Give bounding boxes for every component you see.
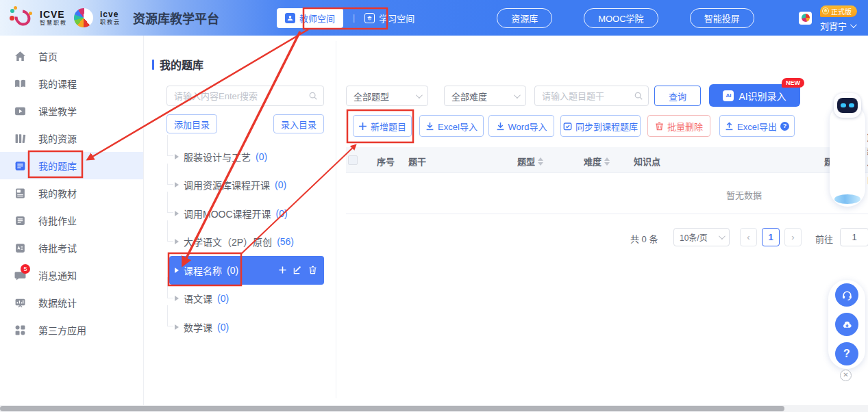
help-button[interactable]: ? (835, 342, 858, 365)
select-all-checkbox[interactable] (348, 155, 358, 165)
table-header: 序号 题干 题型 难度 知识点 题目 (346, 147, 868, 173)
mooc-academy-button[interactable]: MOOC学院 (584, 8, 658, 28)
scrollbar-thumb[interactable] (0, 406, 784, 411)
sync-icon (563, 122, 572, 131)
brand-area: ICVE 智慧职教 icve 职教云 资源库教学平台 (0, 6, 219, 29)
caret-right-icon[interactable] (175, 211, 179, 216)
home-icon (14, 51, 26, 62)
tree-item-selected[interactable]: 课程名称(0) (169, 256, 324, 285)
sidebar-item-my-resources[interactable]: 我的资源 (0, 125, 143, 152)
sidebar-item-classroom-teaching[interactable]: 课堂教学 (0, 97, 143, 125)
prev-page-button[interactable]: ‹ (740, 228, 757, 246)
question-stem-input[interactable] (534, 86, 649, 106)
sort-caret-icon[interactable] (604, 157, 610, 166)
upload-icon (725, 122, 734, 131)
excel-export-button[interactable]: Excel导出 ? (719, 115, 795, 137)
word-import-button[interactable]: Word导入 (488, 115, 554, 137)
main-content: 我的题库 添加目录 录入目录 服装设计与工艺(0) 调用资源库课程开课(0) 调… (144, 36, 868, 405)
new-badge: NEW (782, 78, 804, 88)
sidebar-item-notifications[interactable]: 5 消息通知 (0, 261, 143, 289)
excel-import-button[interactable]: Excel导入 (419, 115, 484, 137)
goto-label: 前往 (815, 232, 833, 245)
ai-assistant-widget[interactable]: 职教一问 (830, 103, 865, 207)
tree-item[interactable]: 调用资源库课程开课(0) (173, 171, 324, 200)
add-node-icon[interactable] (278, 266, 287, 274)
notification-badge: 5 (21, 264, 30, 274)
page-size-select[interactable]: 10条/页 (673, 228, 730, 246)
caret-right-icon[interactable] (175, 324, 179, 330)
chevron-down-icon (850, 21, 857, 28)
column-header-sortable[interactable]: 题型 (517, 155, 543, 168)
assistant-label: 职教一问 (843, 123, 868, 198)
edit-icon[interactable] (293, 266, 302, 274)
tree-item[interactable]: 数学课(0) (173, 313, 324, 342)
search-icon (308, 91, 318, 101)
sidebar-item-question-bank[interactable]: 我的题库 (0, 152, 143, 179)
ai-recognition-button[interactable]: AI AI识别录入 NEW (709, 84, 800, 107)
caret-right-icon[interactable] (175, 239, 179, 244)
directory-search-input[interactable] (166, 86, 324, 106)
import-directory-button[interactable]: 录入目录 (273, 114, 324, 133)
user-menu[interactable]: 刘宵宁 (820, 19, 855, 32)
difficulty-select[interactable]: 全部难度 (444, 86, 526, 106)
trash-icon[interactable] (308, 266, 317, 274)
download-icon (496, 122, 505, 131)
sidebar-item-my-textbooks[interactable]: 我的教材 (0, 179, 143, 207)
resource-library-button[interactable]: 资源库 (497, 8, 552, 28)
column-header-sortable[interactable]: 难度 (584, 155, 610, 168)
download-center-button[interactable] (835, 313, 858, 336)
exam-icon (14, 242, 26, 254)
chevron-down-icon (514, 92, 521, 99)
help-icon[interactable]: ? (780, 122, 789, 131)
caret-right-icon[interactable] (175, 268, 179, 273)
batch-delete-button[interactable]: 批量删除 (647, 115, 710, 137)
panel-divider (336, 41, 336, 398)
add-directory-button[interactable]: 添加目录 (166, 114, 217, 133)
tab-learning-space[interactable]: 学习空间 (364, 12, 414, 25)
sidebar-item-home[interactable]: 首页 (0, 42, 143, 70)
add-question-button[interactable]: 新增题目 (353, 115, 412, 137)
sidebar-item-exams-to-grade[interactable]: 待批考试 (0, 234, 143, 261)
caret-right-icon[interactable] (175, 182, 179, 188)
app-window: ICVE 智慧职教 icve 职教云 资源库教学平台 教师空间 | (0, 0, 868, 412)
caret-right-icon[interactable] (175, 154, 179, 159)
column-header: 题干 (408, 155, 426, 168)
play-icon (14, 105, 26, 117)
customer-service-button[interactable] (835, 283, 858, 307)
wave-decoration (834, 194, 860, 204)
tree-item[interactable]: 服装设计与工艺(0) (173, 142, 324, 171)
total-count: 共 0 条 (630, 232, 658, 245)
query-button[interactable]: 查询 (654, 86, 701, 106)
textbook-icon (14, 188, 26, 199)
pagination: 共 0 条 10条/页 ‹ 1 › 前往 (346, 228, 868, 247)
sidebar-item-homework-to-grade[interactable]: 待批作业 (0, 207, 143, 234)
empty-text: 暂无数据 (726, 188, 762, 201)
nav-separator: | (353, 13, 355, 23)
page-title: 我的题库 (152, 56, 203, 73)
sync-to-course-bank-button[interactable]: 同步到课程题库 (560, 115, 641, 137)
goto-page-input[interactable] (840, 228, 868, 246)
smart-cast-button[interactable]: 智能投屏 (690, 8, 754, 28)
close-widget-icon[interactable]: ✕ (840, 370, 852, 381)
next-page-button[interactable]: › (784, 228, 802, 246)
sidebar-item-third-party-apps[interactable]: 第三方应用 (0, 316, 143, 344)
sidebar-item-statistics[interactable]: 数据统计 (0, 289, 143, 316)
column-header: 知识点 (634, 155, 660, 168)
platform-title: 资源库教学平台 (133, 9, 219, 27)
tab-teacher-space[interactable]: 教师空间 (277, 8, 343, 28)
chevron-down-icon (416, 92, 423, 99)
tree-item[interactable]: 调用MOOC课程开课(0) (173, 199, 324, 228)
sort-caret-icon[interactable] (538, 157, 543, 166)
tree-item[interactable]: 大学语文（2P）原创(56) (173, 228, 324, 257)
robot-icon (834, 93, 861, 118)
stats-icon (14, 297, 26, 309)
open-book-icon (14, 78, 26, 90)
homework-icon (14, 215, 26, 227)
question-type-select[interactable]: 全部题型 (346, 86, 428, 106)
apps-grid-icon (14, 324, 26, 336)
app-mini-logo-icon[interactable] (799, 12, 812, 25)
tree-item[interactable]: 语文课(0) (173, 285, 324, 313)
sidebar-item-my-courses[interactable]: 我的课程 (0, 70, 143, 97)
caret-right-icon[interactable] (175, 296, 179, 301)
current-page-button[interactable]: 1 (762, 228, 780, 246)
